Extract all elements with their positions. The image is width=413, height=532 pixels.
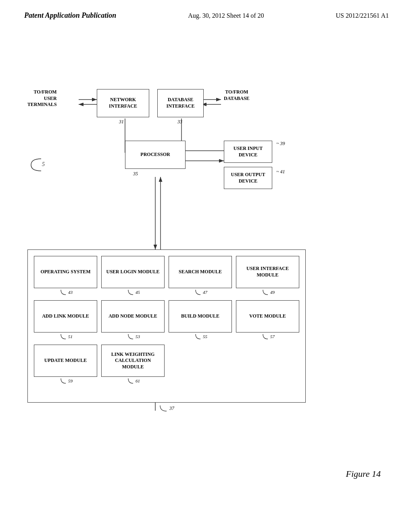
vote-module-box: VOTE MODULE [236,300,299,332]
diagram-area: TO/FROMUSERTERMINALS NETWORK INTERFACE 3… [0,24,413,487]
tofrom-database-label: TO/FROMDATABASE [224,89,250,102]
link-weighting-box: LINK WEIGHTING CALCULATION MODULE [101,345,165,377]
processor-box: PROCESSOR [125,141,186,169]
storage-ref: 37 [159,405,174,413]
database-interface-box: DATABASE INTERFACE [157,89,204,117]
user-input-ref: ~ 39 [276,141,285,147]
figure-caption: Figure 14 [346,469,381,479]
tofrom-user-label: TO/FROMUSERTERMINALS [27,89,57,108]
publication-number: US 2012/221561 A1 [336,12,389,19]
storage-system-box: OPERATING SYSTEM 43 USER LOGIN MODULE 45… [27,249,306,403]
system-label-5: 5 [25,157,45,175]
user-login-module-box: USER LOGIN MODULE [101,256,165,288]
user-interface-module-box: USER INTERFACE MODULE [236,256,299,288]
add-link-module-box: ADD LINK MODULE [34,300,97,332]
user-input-device-box: USER INPUT DEVICE [224,141,272,163]
processor-ref: 35 [133,171,138,177]
page-header: Patent Application Publication Aug. 30, … [0,0,413,24]
publication-title: Patent Application Publication [24,11,116,20]
network-interface-box: NETWORK INTERFACE [97,89,149,117]
add-node-module-box: ADD NODE MODULE [101,300,165,332]
user-output-device-box: USER OUTPUT DEVICE [224,167,272,189]
publication-date: Aug. 30, 2012 Sheet 14 of 20 [188,12,264,19]
user-output-ref: ~ 41 [276,169,285,175]
database-interface-ref: 33 [177,119,182,125]
operating-system-box: OPERATING SYSTEM [34,256,97,288]
update-module-box: UPDATE MODULE [34,345,97,377]
build-module-box: BUILD MODULE [169,300,232,332]
svg-text:5: 5 [42,161,45,167]
network-interface-ref: 31 [119,119,124,125]
search-module-box: SEARCH MODULE [169,256,232,288]
